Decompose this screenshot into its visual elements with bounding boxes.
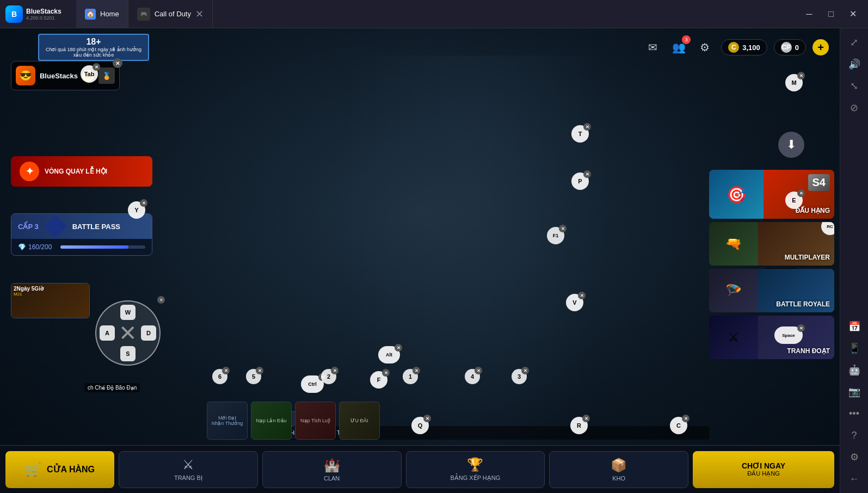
c-key-close[interactable]: ✕ [682,415,690,422]
play-now-button[interactable]: CHƠI NGAY ĐẤU HẠNG [693,451,834,488]
p-key[interactable]: ✕ P [571,172,589,190]
game-tab[interactable]: 🎮 Call of Duty ✕ [128,0,213,28]
clan-nav[interactable]: 🏰 CLAN [262,451,402,488]
mini-card-1[interactable]: Mới ĐạtNhận Thưởng [207,402,248,440]
f-key-close[interactable]: ✕ [382,369,390,377]
dpad-close[interactable]: ✕ [157,296,165,304]
t-key[interactable]: ✕ T [571,125,589,143]
bp-header: CẤP 3 BATTLE PASS [11,214,152,239]
shop-button[interactable]: 🛒 CỬA HÀNG [5,451,114,488]
num4-close[interactable]: ✕ [475,367,482,374]
home-tab[interactable]: 🏠 Home [76,0,128,28]
s-key[interactable]: S [120,346,136,361]
battle-royale-label: BATTLE ROYALE [776,300,830,308]
num6-key[interactable]: ✕ 6 [212,369,227,384]
bp-title: BATTLE PASS [72,223,120,231]
close-button[interactable]: ✕ [843,4,863,24]
robot-icon[interactable]: 🤖 [845,360,864,380]
q-key-close[interactable]: ✕ [423,415,431,422]
num3-key[interactable]: ✕ 3 [512,369,527,384]
alt-key-close[interactable]: ✕ [395,344,402,352]
ngay-sub: M21 [14,292,87,297]
num2-key[interactable]: ✕ 2 [321,369,336,384]
f1-key-close[interactable]: ✕ [559,225,567,232]
download-button[interactable]: ⬇ [778,132,804,158]
storage-label: KHO [612,475,625,482]
titlebar: B BlueStacks 4.200.0.5201 🏠 Home 🎮 Call … [0,0,868,28]
t-key-close[interactable]: ✕ [583,123,591,131]
m-key[interactable]: ✕ M [785,74,803,91]
minimize-button[interactable]: ─ [799,4,819,24]
settings-icon[interactable]: ⚙ [845,447,864,467]
no-signal-icon[interactable]: ⊘ [845,98,864,118]
mini-card-4[interactable]: ƯU ĐÃI [339,402,380,440]
maximize-button[interactable]: □ [821,4,841,24]
r-key[interactable]: ✕ R [570,417,588,434]
help-icon[interactable]: ? [845,426,864,445]
equipment-nav[interactable]: ⚔ TRANG BỊ [119,451,258,488]
mini-card-3[interactable]: Nạp Tích Luỹ [295,402,336,440]
more-icon[interactable]: ••• [845,404,864,423]
vong-quay-banner[interactable]: ✦ VÒNG QUAY LỄ HỘI [11,156,152,187]
battle-royale-card[interactable]: 🪂 BATTLE ROYALE [709,269,834,312]
r-key-close[interactable]: ✕ [582,415,590,422]
shop-icon: 🛒 [25,462,41,477]
ngay-bg: 2Ngày 5Giờ M21 [11,284,89,318]
fullscreen-icon[interactable]: ⤢ [845,33,864,52]
y-key-close[interactable]: ✕ [140,199,147,207]
c-key[interactable]: ✕ C [670,417,687,434]
v-key[interactable]: ✕ V [566,294,583,311]
alt-key[interactable]: ✕ Alt [378,346,400,363]
f1-key[interactable]: ✕ F1 [547,227,564,244]
friends-badge: 3 [682,35,691,44]
bluestacks-panel: ✕ 😎 BlueStacks 13 🏅 [11,61,120,90]
add-currency-button[interactable]: + [812,39,829,56]
m-key-close[interactable]: ✕ [797,72,805,79]
num5-close[interactable]: ✕ [256,367,263,374]
ngay-banner[interactable]: 2Ngày 5Giờ M21 [11,283,90,318]
f-key[interactable]: ✕ F [370,371,387,389]
num1-key[interactable]: ✕ 1 [403,369,418,384]
dpad-circle[interactable]: ✕ W S A D [95,300,161,366]
right-click-key[interactable]: ✕ RC [821,222,834,235]
a-key[interactable]: A [100,325,115,341]
num3-close[interactable]: ✕ [521,367,529,374]
tab-key-close[interactable]: ✕ [93,63,100,71]
space-key[interactable]: ✕ Space [774,326,803,344]
battle-pass-panel[interactable]: CẤP 3 BATTLE PASS 💎 160/200 [11,213,152,256]
p-key-close[interactable]: ✕ [583,170,591,178]
tranh-doat-card[interactable]: ⚔ TRANH ĐOẠT [709,316,834,359]
multiplayer-card[interactable]: 🔫 MULTIPLAYER ✕ RC [709,222,834,266]
resize-icon[interactable]: ⤡ [845,76,864,96]
e-key[interactable]: ✕ E [785,192,803,209]
dau-hang-card[interactable]: 🎯 S4 ĐẤU HẠNG [709,170,834,219]
num6-close[interactable]: ✕ [222,367,230,374]
calendar-icon[interactable]: 📅 [845,317,864,336]
e-key-close[interactable]: ✕ [797,189,805,197]
volume-icon[interactable]: 🔊 [845,54,864,74]
num1-close[interactable]: ✕ [413,367,420,374]
tab-key[interactable]: ✕ Tab [81,65,98,83]
mail-icon[interactable]: ✉ [643,38,662,57]
phone-icon[interactable]: 📱 [845,338,864,358]
camera-icon[interactable]: 📷 [845,382,864,402]
storage-nav[interactable]: 📦 KHO [549,451,688,488]
ranking-nav[interactable]: 🏆 BẢNG XẾP HẠNG [406,451,545,488]
mini-card-2[interactable]: Nạp Lần Đầu [251,402,292,440]
close-bluestacks-panel[interactable]: ✕ [113,58,122,68]
w-key[interactable]: W [120,305,136,320]
num4-key[interactable]: ✕ 4 [465,369,480,384]
y-key[interactable]: ✕ Y [128,201,145,219]
space-key-close[interactable]: ✕ [797,324,805,332]
settings-game-icon[interactable]: ⚙ [695,38,715,57]
num2-close[interactable]: ✕ [331,367,338,374]
d-key[interactable]: D [141,325,156,341]
close-game-tab[interactable]: ✕ [195,8,204,20]
q-key[interactable]: ✕ Q [411,417,429,434]
dpad-container[interactable]: ✕ ✕ W S A D [95,300,161,366]
num5-key[interactable]: ✕ 5 [246,369,261,384]
friends-icon[interactable]: 👥 3 [669,38,688,57]
v-key-close[interactable]: ✕ [578,292,586,299]
back-icon[interactable]: ← [845,469,864,489]
ctrl-key[interactable]: ✕ Ctrl [301,375,324,393]
